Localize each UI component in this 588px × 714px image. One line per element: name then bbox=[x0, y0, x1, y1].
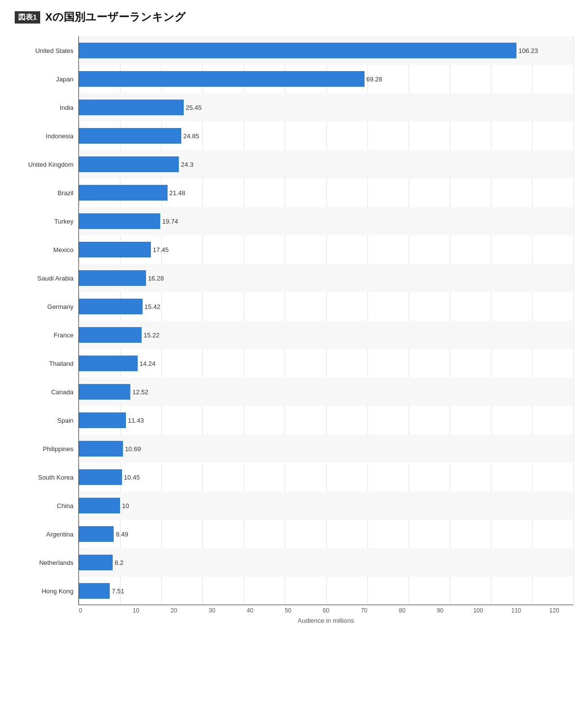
y-label: Hong Kong bbox=[15, 577, 78, 605]
bar-value-label: 14.24 bbox=[140, 360, 156, 367]
bar: 25.45 bbox=[79, 100, 184, 115]
bar: 17.45 bbox=[79, 242, 151, 257]
bar-value-label: 106.23 bbox=[518, 47, 538, 54]
bar-row: 25.45 bbox=[79, 93, 573, 122]
chart-title-container: 図表1 Xの国別ユーザーランキング bbox=[15, 10, 573, 25]
y-label: Thailand bbox=[15, 349, 78, 378]
x-axis-label: Audience in millions bbox=[78, 617, 573, 624]
bar-row: 10.69 bbox=[79, 434, 573, 463]
chart-title: Xの国別ユーザーランキング bbox=[45, 10, 186, 25]
x-tick: 90 bbox=[421, 607, 459, 614]
bar: 11.43 bbox=[79, 412, 126, 428]
bar-row: 16.28 bbox=[79, 264, 573, 292]
bar: 8.2 bbox=[79, 555, 113, 570]
y-label: Brazil bbox=[15, 178, 78, 207]
bar-value-label: 7.51 bbox=[112, 587, 124, 595]
bar-row: 17.45 bbox=[79, 235, 573, 264]
bar-row: 14.24 bbox=[79, 349, 573, 378]
bar: 12.52 bbox=[79, 384, 130, 400]
bar-row: 8.2 bbox=[79, 548, 573, 577]
bar: 7.51 bbox=[79, 583, 110, 599]
x-tick: 30 bbox=[193, 607, 231, 614]
bar: 15.42 bbox=[79, 299, 143, 314]
y-label: South Korea bbox=[15, 463, 78, 491]
y-label: Netherlands bbox=[15, 548, 78, 577]
x-tick: 10 bbox=[117, 607, 155, 614]
y-label: Spain bbox=[15, 406, 78, 434]
y-label: France bbox=[15, 321, 78, 349]
x-tick: 50 bbox=[269, 607, 307, 614]
bar-value-label: 8.49 bbox=[116, 531, 128, 538]
bar-row: 24.3 bbox=[79, 150, 573, 178]
y-label: Saudi Arabia bbox=[15, 264, 78, 292]
bar-value-label: 24.85 bbox=[183, 132, 199, 140]
bar: 10.69 bbox=[79, 441, 123, 457]
bar-value-label: 8.2 bbox=[115, 559, 123, 566]
bar-value-label: 10.45 bbox=[124, 474, 140, 481]
y-label: Philippines bbox=[15, 434, 78, 463]
bar: 19.74 bbox=[79, 213, 160, 229]
bar: 24.85 bbox=[79, 128, 181, 144]
bar-row: 21.48 bbox=[79, 178, 573, 207]
bar: 16.28 bbox=[79, 270, 146, 286]
bar: 10.45 bbox=[79, 469, 122, 485]
y-label: India bbox=[15, 93, 78, 122]
y-label: Indonesia bbox=[15, 122, 78, 150]
bar-value-label: 10.69 bbox=[125, 445, 141, 453]
y-labels: United StatesJapanIndiaIndonesiaUnited K… bbox=[15, 36, 78, 605]
bar-value-label: 21.48 bbox=[170, 189, 186, 197]
bar: 21.48 bbox=[79, 185, 168, 201]
bar-value-label: 17.45 bbox=[153, 246, 169, 254]
chart-body: United StatesJapanIndiaIndonesiaUnited K… bbox=[15, 36, 573, 605]
x-axis: 0102030405060708090100110120 bbox=[78, 607, 573, 614]
bar: 24.3 bbox=[79, 156, 179, 172]
bar-value-label: 10 bbox=[122, 502, 129, 510]
bar-row: 12.52 bbox=[79, 378, 573, 406]
bar-row: 24.85 bbox=[79, 122, 573, 150]
title-badge: 図表1 bbox=[15, 11, 40, 24]
bar-row: 10 bbox=[79, 491, 573, 520]
x-tick: 60 bbox=[307, 607, 345, 614]
bar-value-label: 69.28 bbox=[367, 76, 383, 83]
bar-value-label: 15.22 bbox=[144, 332, 160, 339]
x-tick: 110 bbox=[497, 607, 536, 614]
bar-value-label: 11.43 bbox=[128, 417, 144, 424]
grid-line bbox=[573, 36, 574, 605]
bar-row: 19.74 bbox=[79, 207, 573, 235]
x-tick: 100 bbox=[459, 607, 497, 614]
y-label: Argentina bbox=[15, 520, 78, 548]
bar-value-label: 15.42 bbox=[145, 303, 161, 310]
chart-area: United StatesJapanIndiaIndonesiaUnited K… bbox=[15, 36, 573, 624]
bar-value-label: 12.52 bbox=[132, 388, 148, 396]
x-ticks: 0102030405060708090100110120 bbox=[79, 607, 573, 614]
x-tick: 80 bbox=[383, 607, 421, 614]
x-tick: 70 bbox=[345, 607, 383, 614]
bar: 106.23 bbox=[79, 43, 516, 58]
bar-value-label: 25.45 bbox=[186, 104, 202, 111]
bar-value-label: 16.28 bbox=[148, 275, 164, 282]
bar-row: 106.23 bbox=[79, 36, 573, 65]
bar-row: 15.22 bbox=[79, 321, 573, 349]
bars-area: 106.2369.2825.4524.8524.321.4819.7417.45… bbox=[78, 36, 573, 605]
bar: 10 bbox=[79, 498, 120, 513]
bar-row: 10.45 bbox=[79, 463, 573, 491]
x-tick: 20 bbox=[155, 607, 193, 614]
x-tick: 40 bbox=[231, 607, 269, 614]
y-label: United States bbox=[15, 36, 78, 65]
x-tick: 120 bbox=[535, 607, 573, 614]
bar-row: 15.42 bbox=[79, 292, 573, 321]
bar: 69.28 bbox=[79, 71, 365, 87]
bar: 15.22 bbox=[79, 327, 142, 343]
bar-value-label: 24.3 bbox=[181, 161, 193, 168]
bar-row: 11.43 bbox=[79, 406, 573, 434]
y-label: Japan bbox=[15, 65, 78, 93]
bar-row: 69.28 bbox=[79, 65, 573, 93]
y-label: Germany bbox=[15, 292, 78, 321]
y-label: United Kingdom bbox=[15, 150, 78, 178]
bar-row: 7.51 bbox=[79, 577, 573, 605]
y-label: China bbox=[15, 491, 78, 520]
y-label: Turkey bbox=[15, 207, 78, 235]
bar: 8.49 bbox=[79, 526, 114, 542]
bar: 14.24 bbox=[79, 356, 138, 371]
y-label: Mexico bbox=[15, 235, 78, 264]
